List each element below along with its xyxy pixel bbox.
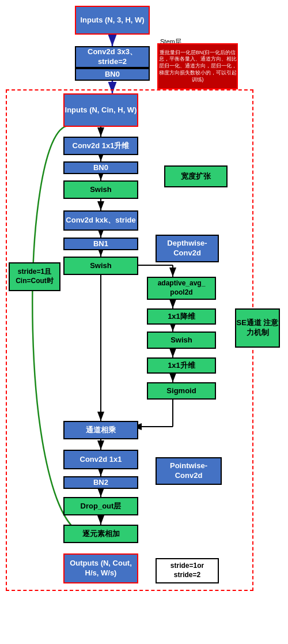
- swish3-label: Swish: [170, 336, 192, 345]
- conv2d-dw-box: Conv2d kxk、stride: [63, 210, 138, 231]
- bn0-inner-label: BN0: [93, 163, 108, 173]
- stem-note-box: 重批量归一化层BN(归一化后的信息，平衡各量入、通道方向、相比层归一化、通道方向…: [157, 43, 238, 89]
- conv2d-stem-label: Conv2d 3x3、stride=2: [76, 47, 149, 67]
- se-label: SE通道 注意力机制: [236, 318, 279, 338]
- conv2d-pw-label: Conv2d 1x1: [80, 455, 122, 465]
- elem-add-label: 逐元素相加: [82, 529, 120, 539]
- sigmoid-label: Sigmoid: [166, 386, 196, 396]
- elem-add-box: 逐元素相加: [63, 525, 138, 543]
- conv2d-stem-box: Conv2d 3x3、stride=2: [75, 46, 150, 68]
- channel-mul-label: 通道相乘: [86, 425, 116, 435]
- bn0-inner-box: BN0: [63, 161, 138, 174]
- channel-mul-box: 通道相乘: [63, 421, 138, 439]
- diagram-container: Inputs (N, 3, H, W) Conv2d 3x3、stride=2 …: [0, 0, 288, 644]
- stride-cond-box: stride=1且 Cin=Cout时: [9, 262, 60, 291]
- swish1-label: Swish: [90, 185, 112, 195]
- bn2-box: BN2: [63, 476, 138, 489]
- conv1x1-up-label: 1x1升维: [168, 361, 195, 371]
- conv1x1-down-label: 1x1降维: [168, 312, 195, 322]
- conv2d-expand-box: Conv2d 1x1升维: [63, 137, 138, 155]
- dropout-label: Drop_out层: [81, 502, 122, 511]
- swish1-box: Swish: [63, 180, 138, 199]
- adaptive-avg-label: adaptive_avg_ pool2d: [148, 279, 215, 297]
- outputs-label: Outputs (N, Cout, H/s, W/s): [65, 559, 137, 578]
- conv2d-expand-label: Conv2d 1x1升维: [73, 141, 130, 151]
- conv2d-dw-label: Conv2d kxk、stride: [66, 216, 135, 225]
- outputs-box: Outputs (N, Cout, H/s, W/s): [63, 553, 138, 583]
- depthwise-label: Depthwise- Conv2d: [157, 239, 218, 258]
- swish2-box: Swish: [63, 257, 138, 275]
- inputs-inner-label: Inputs (N, Cin, H, W): [65, 106, 137, 115]
- depthwise-box: Depthwise- Conv2d: [156, 235, 219, 262]
- bn2-label: BN2: [93, 478, 108, 488]
- conv2d-pw-box: Conv2d 1x1: [63, 450, 138, 469]
- bn0-stem-label: BN0: [105, 70, 120, 80]
- bn0-stem-box: BN0: [75, 68, 150, 81]
- stride-label-box: stride=1or stride=2: [156, 558, 219, 583]
- width-expand-label: 宽度扩张: [181, 172, 211, 182]
- conv1x1-down-box: 1x1降维: [147, 308, 216, 325]
- width-expand-box: 宽度扩张: [164, 165, 228, 187]
- sigmoid-box: Sigmoid: [147, 382, 216, 400]
- conv1x1-up-box: 1x1升维: [147, 357, 216, 374]
- swish3-box: Swish: [147, 332, 216, 349]
- swish2-label: Swish: [90, 261, 112, 271]
- adaptive-avg-box: adaptive_avg_ pool2d: [147, 277, 216, 300]
- inputs-inner-box: Inputs (N, Cin, H, W): [63, 93, 138, 127]
- stride-label: stride=1or stride=2: [157, 562, 218, 579]
- inputs-top-box: Inputs (N, 3, H, W): [75, 6, 150, 35]
- bn1-label: BN1: [93, 239, 108, 249]
- bn1-box: BN1: [63, 238, 138, 250]
- inputs-top-label: Inputs (N, 3, H, W): [80, 16, 144, 25]
- se-label-box: SE通道 注意力机制: [235, 308, 280, 348]
- pointwise-label: Pointwise- Conv2d: [157, 461, 221, 481]
- stem-note-label: 重批量归一化层BN(归一化后的信息，平衡各量入、通道方向、相比层归一化、通道方向…: [158, 50, 237, 83]
- stride-cond-label: stride=1且 Cin=Cout时: [10, 268, 59, 285]
- dropout-box: Drop_out层: [63, 497, 138, 515]
- pointwise-box: Pointwise- Conv2d: [156, 457, 222, 485]
